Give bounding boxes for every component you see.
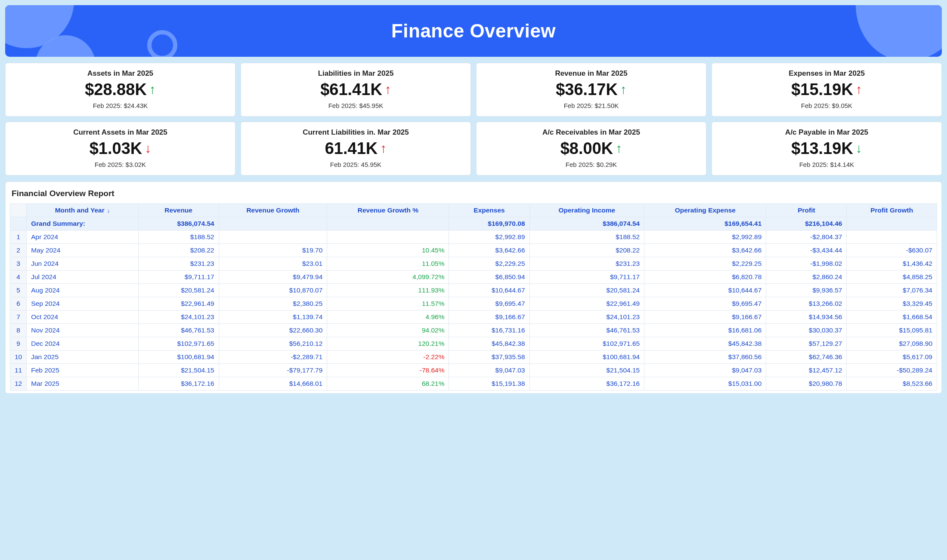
data-cell: $21,504.15 (138, 364, 219, 377)
data-cell: $27,098.90 (847, 337, 937, 351)
table-row[interactable]: 7Oct 2024$24,101.23$1,139.744.96%$9,166.… (10, 311, 937, 324)
sort-indicator-icon: ↓ (107, 207, 110, 214)
report-table: Month and Year↓RevenueRevenue GrowthReve… (10, 203, 937, 391)
data-cell: $9,047.03 (449, 364, 529, 377)
data-cell: $23.01 (219, 257, 327, 271)
kpi-card[interactable]: Current Assets in Mar 2025$1.03K↓Feb 202… (5, 122, 235, 175)
row-number-cell: 5 (10, 284, 27, 297)
column-header[interactable]: Profit Growth (847, 204, 937, 217)
data-cell: $16,731.16 (449, 324, 529, 337)
kpi-card-value: $1.03K↓ (90, 140, 152, 157)
kpi-card[interactable]: Liabilities in Mar 2025$61.41K↑Feb 2025:… (241, 63, 471, 117)
data-cell: 68.21% (327, 377, 449, 391)
row-number-cell: 11 (10, 364, 27, 377)
row-number-cell: 12 (10, 377, 27, 391)
month-cell: Aug 2024 (27, 284, 138, 297)
header-banner: Finance Overview (5, 5, 942, 57)
data-cell: -$3,434.44 (766, 244, 847, 257)
kpi-card-number: $8.00K (560, 140, 613, 157)
column-header[interactable]: Revenue (138, 204, 219, 217)
table-row[interactable]: 2May 2024$208.22$19.7010.45%$3,642.66$20… (10, 244, 937, 257)
kpi-card-value: $8.00K↑ (560, 140, 622, 157)
data-cell: $30,030.37 (766, 324, 847, 337)
data-cell: $3,329.45 (847, 297, 937, 311)
data-cell: $6,850.94 (449, 271, 529, 284)
column-header-label: Profit Growth (870, 206, 913, 214)
kpi-card-label: Expenses in Mar 2025 (716, 69, 937, 78)
table-row[interactable]: 3Jun 2024$231.23$23.0111.05%$2,229.25$23… (10, 257, 937, 271)
data-cell: $1,436.42 (847, 257, 937, 271)
data-cell: $9,711.17 (529, 271, 644, 284)
summary-cell: $169,970.08 (449, 217, 529, 231)
table-row[interactable]: 4Jul 2024$9,711.17$9,479.944,099.72%$6,8… (10, 271, 937, 284)
table-row[interactable]: 8Nov 2024$46,761.53$22,660.3094.02%$16,7… (10, 324, 937, 337)
row-number-cell: 6 (10, 297, 27, 311)
kpi-card[interactable]: A/c Payable in Mar 2025$13.19K↓Feb 2025:… (712, 122, 942, 175)
data-cell: $188.52 (138, 231, 219, 244)
kpi-card-prev: Feb 2025: $14.14K (716, 161, 937, 168)
data-cell (847, 231, 937, 244)
column-header[interactable]: Operating Income (529, 204, 644, 217)
table-row[interactable]: 5Aug 2024$20,581.24$10,870.07111.93%$10,… (10, 284, 937, 297)
summary-cell (219, 217, 327, 231)
kpi-card-label: A/c Receivables in Mar 2025 (481, 128, 702, 137)
row-number-header (10, 204, 27, 217)
kpi-card-label: Liabilities in Mar 2025 (245, 69, 466, 78)
data-cell: $100,681.94 (138, 351, 219, 364)
data-cell: $13,266.02 (766, 297, 847, 311)
month-cell: Nov 2024 (27, 324, 138, 337)
column-header-label: Revenue (164, 206, 192, 214)
kpi-card[interactable]: Current Liabilities in. Mar 202561.41K↑F… (241, 122, 471, 175)
data-cell: $37,935.58 (449, 351, 529, 364)
row-number-cell: 7 (10, 311, 27, 324)
data-cell: $9,047.03 (644, 364, 766, 377)
data-cell: $46,761.53 (138, 324, 219, 337)
summary-cell: $169,654.41 (644, 217, 766, 231)
table-row[interactable]: 12Mar 2025$36,172.16$14,668.0168.21%$15,… (10, 377, 937, 391)
arrow-up-icon: ↑ (149, 83, 156, 96)
data-cell: $20,581.24 (529, 284, 644, 297)
kpi-card-number: $28.88K (85, 81, 147, 98)
kpi-card[interactable]: Assets in Mar 2025$28.88K↑Feb 2025: $24.… (5, 63, 235, 117)
kpi-card[interactable]: Expenses in Mar 2025$15.19K↑Feb 2025: $9… (712, 63, 942, 117)
column-header[interactable]: Revenue Growth (219, 204, 327, 217)
kpi-card[interactable]: Revenue in Mar 2025$36.17K↑Feb 2025: $21… (476, 63, 706, 117)
column-header[interactable]: Expenses (449, 204, 529, 217)
data-cell: $9,479.94 (219, 271, 327, 284)
table-row[interactable]: 1Apr 2024$188.52$2,992.89$188.52$2,992.8… (10, 231, 937, 244)
data-cell: -$79,177.79 (219, 364, 327, 377)
data-cell: 120.21% (327, 337, 449, 351)
kpi-card-label: Assets in Mar 2025 (10, 69, 231, 78)
data-cell: $21,504.15 (529, 364, 644, 377)
summary-cell (327, 217, 449, 231)
data-cell: -$1,998.02 (766, 257, 847, 271)
column-header[interactable]: Revenue Growth % (327, 204, 449, 217)
column-header-label: Revenue Growth % (358, 206, 418, 214)
kpi-card-prev: Feb 2025: 45.95K (245, 161, 466, 168)
column-header-label: Month and Year (55, 206, 105, 214)
column-header[interactable]: Profit (766, 204, 847, 217)
table-row[interactable]: 9Dec 2024$102,971.65$56,210.12120.21%$45… (10, 337, 937, 351)
data-cell: $2,860.24 (766, 271, 847, 284)
table-row[interactable]: 10Jan 2025$100,681.94-$2,289.71-2.22%$37… (10, 351, 937, 364)
data-cell: $62,746.36 (766, 351, 847, 364)
table-row[interactable]: 6Sep 2024$22,961.49$2,380.2511.57%$9,695… (10, 297, 937, 311)
row-number-cell: 9 (10, 337, 27, 351)
data-cell (219, 231, 327, 244)
data-cell: $36,172.16 (529, 377, 644, 391)
kpi-card[interactable]: A/c Receivables in Mar 2025$8.00K↑Feb 20… (476, 122, 706, 175)
kpi-card-value: $15.19K↑ (791, 81, 862, 98)
data-cell: $15,191.38 (449, 377, 529, 391)
summary-cell: $386,074.54 (138, 217, 219, 231)
data-cell: $7,076.34 (847, 284, 937, 297)
table-row[interactable]: 11Feb 2025$21,504.15-$79,177.79-78.64%$9… (10, 364, 937, 377)
financial-report-panel: Financial Overview Report Month and Year… (5, 182, 942, 394)
report-title: Financial Overview Report (10, 186, 937, 203)
data-cell: $20,980.78 (766, 377, 847, 391)
data-cell: -78.64% (327, 364, 449, 377)
report-table-scroll[interactable]: Month and Year↓RevenueRevenue GrowthReve… (10, 203, 937, 391)
month-cell: Mar 2025 (27, 377, 138, 391)
column-header[interactable]: Month and Year↓ (27, 204, 138, 217)
column-header[interactable]: Operating Expense (644, 204, 766, 217)
data-cell: $2,229.25 (449, 257, 529, 271)
